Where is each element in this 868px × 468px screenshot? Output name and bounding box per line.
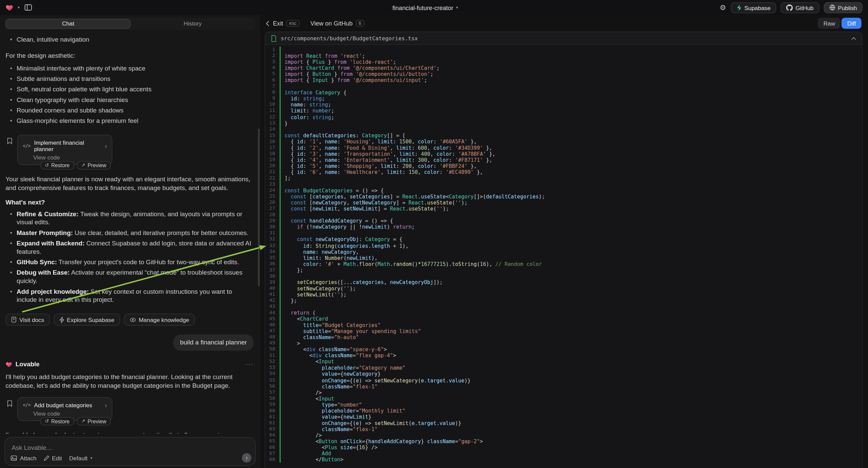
line-number: 14	[265, 126, 279, 132]
settings-gear-icon[interactable]: ⚙	[720, 4, 726, 11]
code-line: 22];	[265, 175, 862, 181]
code-line: 41 setNewLimit('');	[265, 291, 862, 297]
explore-supabase-label: Explore Supabase	[67, 317, 115, 323]
quick-actions: Visit docs Explore Supabase Manage knowl…	[6, 314, 254, 326]
list-item: Subtle animations and transitions	[10, 75, 254, 83]
exit-button[interactable]: Exit esc	[266, 20, 299, 27]
code-text: <div className="space-y-6">	[279, 347, 862, 352]
view-on-github-button[interactable]: View on GitHub 6	[310, 20, 364, 27]
tab-chat[interactable]: Chat	[6, 19, 131, 29]
github-button[interactable]: GitHub	[780, 2, 819, 13]
code-line: 30 if (!newCategory || !newLimit) return…	[265, 224, 862, 230]
line-number: 62	[265, 420, 279, 426]
preview-button[interactable]: ↗Preview	[77, 417, 111, 426]
code-text	[279, 230, 862, 236]
supabase-label: Supabase	[745, 4, 771, 11]
assistant-header: Lovable ···	[6, 361, 254, 368]
project-switcher[interactable]: financial-future-creator ▾	[392, 0, 458, 15]
version-card[interactable]: </> Implement financial planner › View c…	[17, 135, 113, 165]
restore-button[interactable]: ↺Restore	[40, 417, 74, 426]
restore-label: Restore	[51, 163, 69, 169]
bullet-list: Minimalist interface with plenty of whit…	[10, 64, 254, 127]
list-item: Rounded corners and subtle shadows	[10, 107, 254, 115]
code-text: color: string;	[279, 114, 862, 120]
code-line: 43	[265, 303, 862, 310]
code-line: 25 const [categories, setCategories] = R…	[265, 194, 862, 199]
chat-input[interactable]	[12, 444, 201, 451]
bookmark-icon[interactable]	[7, 137, 13, 170]
esc-key-badge: esc	[286, 20, 299, 27]
explore-supabase-button[interactable]: Explore Supabase	[54, 314, 120, 326]
code-line: 26 const [newCategory, setNewCategory] =…	[265, 199, 862, 205]
logo-chevron-down-icon[interactable]: ▾	[18, 6, 20, 10]
preview-button[interactable]: ↗Preview	[77, 161, 111, 170]
code-line: 45 <ChartCard	[265, 316, 862, 322]
visit-docs-button[interactable]: Visit docs	[6, 314, 50, 326]
code-line: 57 />	[265, 389, 862, 395]
list-item: Expand with Backend: Connect Supabase to…	[10, 239, 254, 256]
code-line: 34 name: newCategory,	[265, 248, 862, 255]
code-line: 53 placeholder="Category name"	[265, 364, 862, 371]
github-count-badge: 6	[356, 20, 364, 27]
manage-knowledge-button[interactable]: Manage knowledge	[124, 314, 195, 326]
code-line: 4import ChartCard from '@/components/ui/…	[265, 65, 862, 71]
supabase-button[interactable]: Supabase	[731, 2, 776, 13]
send-button[interactable]: ↑	[242, 453, 251, 463]
sidebar-toggle-icon[interactable]	[24, 4, 32, 11]
code-line: 63 className="flex-1"	[265, 426, 862, 432]
code-text	[279, 273, 862, 279]
collapse-chevron-up-icon[interactable]	[851, 36, 857, 40]
line-number: 27	[265, 206, 279, 212]
attach-button[interactable]: Attach	[10, 455, 36, 461]
list-item: Master Prompting: Use clear, detailed, a…	[10, 229, 254, 237]
publish-button[interactable]: Publish	[824, 2, 862, 13]
chevron-right-icon: ›	[105, 142, 107, 149]
view-code-link[interactable]: View code	[33, 154, 107, 161]
chat-tabs: Chat History	[4, 18, 256, 30]
line-number: 13	[265, 120, 279, 126]
line-number: 45	[265, 316, 279, 322]
code-line: 64 />	[265, 432, 862, 438]
image-icon	[10, 455, 17, 461]
github-label: GitHub	[796, 4, 814, 11]
line-number: 35	[265, 255, 279, 261]
code-text: };	[279, 297, 862, 303]
edit-button[interactable]: Edit	[43, 455, 62, 461]
lovable-logo-icon[interactable]	[6, 4, 13, 11]
line-number: 32	[265, 236, 279, 242]
visit-docs-label: Visit docs	[20, 317, 44, 323]
code-text: const [categories, setCategories] = Reac…	[279, 194, 862, 199]
code-line: 48 className="h-auto"	[265, 334, 862, 340]
line-number: 28	[265, 212, 279, 218]
diff-tab[interactable]: Diff	[842, 18, 862, 29]
composer-toolbar: Attach Edit Default ▾ ↑	[10, 453, 251, 463]
code-line: 11 limit: number;	[265, 108, 862, 114]
code-viewer[interactable]: 12import React from 'react';3import { Pl…	[265, 45, 862, 468]
line-number: 31	[265, 230, 279, 236]
restore-button[interactable]: ↺Restore	[40, 161, 74, 170]
view-on-github-label: View on GitHub	[310, 20, 353, 27]
github-icon	[786, 4, 793, 11]
assistant-name: Lovable	[16, 361, 39, 368]
tab-history[interactable]: History	[130, 19, 255, 29]
view-code-link[interactable]: View code	[33, 410, 107, 417]
message-menu-icon[interactable]: ···	[246, 361, 254, 368]
code-text: >	[279, 341, 862, 347]
line-number: 61	[265, 414, 279, 420]
chat-composer[interactable]: Attach Edit Default ▾ ↑	[4, 437, 256, 466]
chat-scrollbar[interactable]	[258, 128, 260, 286]
file-header[interactable]: src/components/budget/BudgetCategories.t…	[265, 32, 862, 45]
raw-tab[interactable]: Raw	[818, 18, 841, 29]
code-line: 39 setCategories([...categories, newCate…	[265, 279, 862, 285]
main-split: Chat History Clean, intuitive navigation…	[0, 15, 868, 468]
mode-select[interactable]: Default ▾	[69, 455, 92, 461]
chat-message-list[interactable]: Clean, intuitive navigation For the desi…	[0, 31, 260, 434]
chevron-left-icon	[266, 20, 270, 26]
bookmark-icon[interactable]	[7, 400, 13, 426]
line-number: 56	[265, 383, 279, 389]
version-title: Add budget categories	[34, 402, 92, 409]
code-text: interface Category {	[279, 89, 862, 95]
pencil-icon	[43, 455, 49, 461]
line-number: 54	[265, 371, 279, 377]
code-icon: </>	[23, 403, 31, 408]
